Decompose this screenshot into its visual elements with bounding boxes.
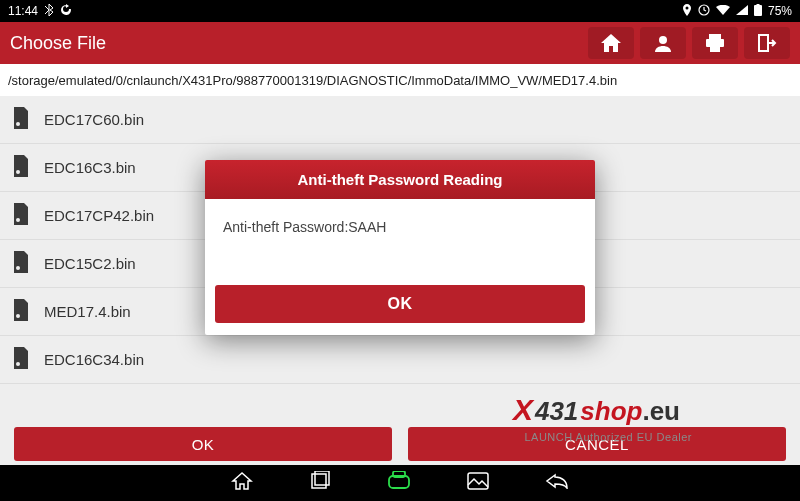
svg-point-15 [16,362,20,366]
svg-rect-17 [315,471,329,485]
svg-point-5 [659,36,667,44]
nav-gallery-icon[interactable] [467,472,489,494]
wifi-icon [716,4,730,18]
svg-point-11 [16,170,20,174]
profile-button[interactable] [640,27,686,59]
home-button[interactable] [588,27,634,59]
ok-button[interactable]: OK [14,427,392,461]
dialog-body: Anti-theft Password:SAAH [205,199,595,277]
svg-point-13 [16,266,20,270]
battery-percent: 75% [768,4,792,18]
svg-rect-8 [710,45,720,52]
app-header: Choose File [0,22,800,64]
battery-icon [754,4,762,19]
refresh-icon [60,4,72,19]
dialog-ok-button[interactable]: OK [215,285,585,323]
file-icon [12,155,30,180]
file-icon [12,251,30,276]
file-name: EDC16C3.bin [44,159,136,176]
status-time: 11:44 [8,4,38,18]
bluetooth-icon [44,4,54,19]
app-footer: OK CANCEL [0,423,800,465]
file-row[interactable]: EDC17C60.bin [0,96,800,144]
file-icon [12,107,30,132]
file-icon [12,347,30,372]
svg-rect-16 [312,474,326,488]
file-name: EDC15C2.bin [44,255,136,272]
svg-rect-6 [709,34,721,39]
android-nav-bar [0,465,800,501]
svg-rect-2 [756,4,759,6]
svg-rect-4 [755,8,761,15]
dialog-title: Anti-theft Password Reading [205,160,595,199]
current-path: /storage/emulated/0/cnlaunch/X431Pro/988… [8,73,617,88]
file-icon [12,203,30,228]
android-status-bar: 11:44 75% [0,0,800,22]
orientation-icon [698,4,710,19]
file-name: EDC17C60.bin [44,111,144,128]
dialog: Anti-theft Password Reading Anti-theft P… [205,160,595,335]
svg-rect-9 [759,35,768,51]
file-name: EDC16C34.bin [44,351,144,368]
svg-rect-19 [393,471,405,477]
print-button[interactable] [692,27,738,59]
file-name: MED17.4.bin [44,303,131,320]
exit-button[interactable] [744,27,790,59]
path-bar: /storage/emulated/0/cnlaunch/X431Pro/988… [0,64,800,96]
file-row[interactable]: EDC16C34.bin [0,336,800,384]
nav-recent-icon[interactable] [309,471,331,495]
page-title: Choose File [10,33,106,54]
cancel-button[interactable]: CANCEL [408,427,786,461]
svg-point-12 [16,218,20,222]
nav-vci-icon[interactable] [387,471,411,495]
file-icon [12,299,30,324]
nav-home-icon[interactable] [231,471,253,495]
location-icon [682,4,692,19]
svg-point-14 [16,314,20,318]
svg-point-10 [16,122,20,126]
nav-back-icon[interactable] [545,473,569,493]
signal-icon [736,4,748,18]
file-name: EDC17CP42.bin [44,207,154,224]
